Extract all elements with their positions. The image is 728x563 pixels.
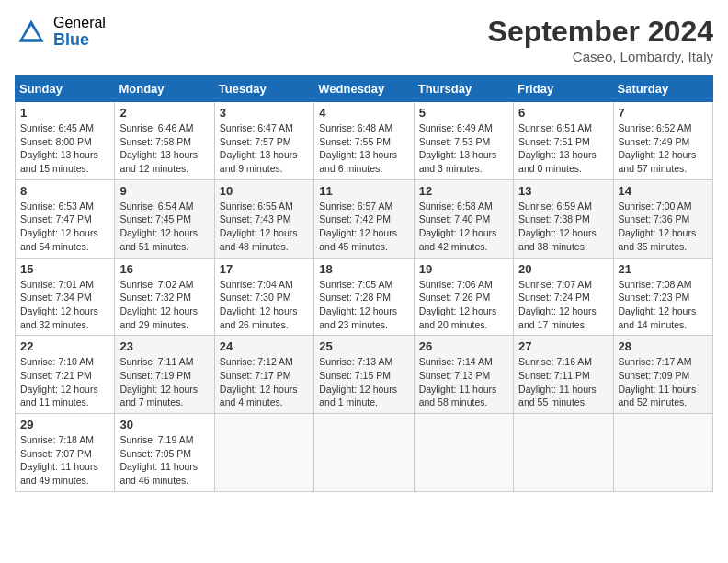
calendar-week-row: 22Sunrise: 7:10 AMSunset: 7:21 PMDayligh… — [16, 336, 713, 414]
location: Caseo, Lombardy, Italy — [488, 49, 713, 64]
day-info: Sunrise: 6:59 AMSunset: 7:38 PMDaylight:… — [518, 200, 608, 254]
day-info: Sunrise: 6:46 AMSunset: 7:58 PMDaylight:… — [119, 121, 209, 176]
calendar-cell: 14Sunrise: 7:00 AMSunset: 7:36 PMDayligh… — [613, 179, 712, 258]
day-info: Sunrise: 6:51 AMSunset: 7:51 PMDaylight:… — [518, 121, 608, 176]
weekday-header-tuesday: Tuesday — [214, 76, 313, 102]
day-number: 29 — [20, 418, 109, 431]
day-info: Sunrise: 7:14 AMSunset: 7:13 PMDaylight:… — [419, 355, 508, 409]
day-number: 16 — [119, 262, 209, 276]
day-info: Sunrise: 7:07 AMSunset: 7:24 PMDaylight:… — [518, 278, 608, 332]
day-number: 18 — [319, 262, 408, 276]
calendar-week-row: 29Sunrise: 7:18 AMSunset: 7:07 PMDayligh… — [16, 414, 713, 492]
day-number: 30 — [119, 418, 209, 431]
day-number: 19 — [419, 262, 508, 276]
logo-text: General Blue — [53, 15, 106, 49]
calendar-cell: 25Sunrise: 7:13 AMSunset: 7:15 PMDayligh… — [314, 336, 414, 414]
day-info: Sunrise: 7:16 AMSunset: 7:11 PMDaylight:… — [518, 355, 608, 409]
day-info: Sunrise: 7:04 AMSunset: 7:30 PMDaylight:… — [220, 278, 309, 332]
calendar-cell: 7Sunrise: 6:52 AMSunset: 7:49 PMDaylight… — [613, 102, 712, 180]
calendar-cell — [214, 414, 313, 492]
logo-icon — [15, 16, 48, 49]
day-number: 14 — [619, 184, 708, 198]
day-number: 9 — [119, 184, 209, 198]
calendar-cell: 29Sunrise: 7:18 AMSunset: 7:07 PMDayligh… — [16, 414, 115, 492]
day-number: 8 — [20, 184, 109, 198]
day-number: 2 — [119, 106, 209, 120]
calendar-cell: 23Sunrise: 7:11 AMSunset: 7:19 PMDayligh… — [115, 336, 214, 414]
day-info: Sunrise: 7:12 AMSunset: 7:17 PMDaylight:… — [220, 355, 309, 409]
day-info: Sunrise: 7:05 AMSunset: 7:28 PMDaylight:… — [319, 278, 408, 332]
day-number: 24 — [220, 339, 309, 353]
day-number: 27 — [518, 339, 608, 353]
day-info: Sunrise: 7:11 AMSunset: 7:19 PMDaylight:… — [119, 355, 209, 409]
day-number: 23 — [119, 339, 209, 353]
weekday-header-row: SundayMondayTuesdayWednesdayThursdayFrid… — [16, 76, 713, 102]
weekday-header-friday: Friday — [514, 76, 613, 102]
calendar-cell — [414, 414, 513, 492]
day-info: Sunrise: 6:47 AMSunset: 7:57 PMDaylight:… — [220, 121, 309, 176]
calendar-cell — [514, 414, 613, 492]
day-number: 12 — [419, 184, 508, 198]
day-number: 10 — [220, 184, 309, 198]
day-info: Sunrise: 6:48 AMSunset: 7:55 PMDaylight:… — [319, 121, 408, 176]
calendar-cell: 27Sunrise: 7:16 AMSunset: 7:11 PMDayligh… — [514, 336, 613, 414]
calendar-cell: 10Sunrise: 6:55 AMSunset: 7:43 PMDayligh… — [214, 179, 313, 258]
logo-blue: Blue — [53, 31, 106, 50]
calendar-cell: 1Sunrise: 6:45 AMSunset: 8:00 PMDaylight… — [16, 102, 115, 180]
month-title: September 2024 — [488, 15, 713, 49]
day-info: Sunrise: 7:18 AMSunset: 7:07 PMDaylight:… — [20, 433, 109, 488]
day-info: Sunrise: 7:02 AMSunset: 7:32 PMDaylight:… — [119, 278, 209, 332]
day-number: 26 — [419, 339, 508, 353]
day-number: 20 — [518, 262, 608, 276]
day-info: Sunrise: 7:01 AMSunset: 7:34 PMDaylight:… — [20, 278, 109, 332]
calendar-cell: 13Sunrise: 6:59 AMSunset: 7:38 PMDayligh… — [514, 179, 613, 258]
day-number: 28 — [619, 339, 708, 353]
weekday-header-saturday: Saturday — [613, 76, 712, 102]
weekday-header-sunday: Sunday — [16, 76, 115, 102]
calendar-cell: 3Sunrise: 6:47 AMSunset: 7:57 PMDaylight… — [214, 102, 313, 180]
calendar-cell: 26Sunrise: 7:14 AMSunset: 7:13 PMDayligh… — [414, 336, 513, 414]
calendar-cell: 18Sunrise: 7:05 AMSunset: 7:28 PMDayligh… — [314, 258, 414, 336]
calendar-week-row: 8Sunrise: 6:53 AMSunset: 7:47 PMDaylight… — [16, 179, 713, 258]
calendar-cell: 8Sunrise: 6:53 AMSunset: 7:47 PMDaylight… — [16, 179, 115, 258]
day-info: Sunrise: 6:57 AMSunset: 7:42 PMDaylight:… — [319, 200, 408, 254]
calendar-cell: 28Sunrise: 7:17 AMSunset: 7:09 PMDayligh… — [613, 336, 712, 414]
day-number: 15 — [20, 262, 109, 276]
day-info: Sunrise: 7:13 AMSunset: 7:15 PMDaylight:… — [319, 355, 408, 409]
calendar-cell: 6Sunrise: 6:51 AMSunset: 7:51 PMDaylight… — [514, 102, 613, 180]
calendar-cell: 16Sunrise: 7:02 AMSunset: 7:32 PMDayligh… — [115, 258, 214, 336]
calendar-cell: 2Sunrise: 6:46 AMSunset: 7:58 PMDaylight… — [115, 102, 214, 180]
calendar-cell: 15Sunrise: 7:01 AMSunset: 7:34 PMDayligh… — [16, 258, 115, 336]
weekday-header-wednesday: Wednesday — [314, 76, 414, 102]
day-number: 21 — [619, 262, 708, 276]
day-number: 7 — [619, 106, 708, 120]
page-header: General Blue September 2024 Caseo, Lomba… — [15, 15, 713, 64]
calendar-cell: 12Sunrise: 6:58 AMSunset: 7:40 PMDayligh… — [414, 179, 513, 258]
day-info: Sunrise: 7:17 AMSunset: 7:09 PMDaylight:… — [619, 355, 708, 409]
calendar-cell: 9Sunrise: 6:54 AMSunset: 7:45 PMDaylight… — [115, 179, 214, 258]
day-info: Sunrise: 6:49 AMSunset: 7:53 PMDaylight:… — [419, 121, 508, 176]
day-info: Sunrise: 6:53 AMSunset: 7:47 PMDaylight:… — [20, 200, 109, 254]
calendar-cell — [613, 414, 712, 492]
day-number: 3 — [220, 106, 309, 120]
day-number: 22 — [20, 339, 109, 353]
calendar-cell: 5Sunrise: 6:49 AMSunset: 7:53 PMDaylight… — [414, 102, 513, 180]
day-info: Sunrise: 7:08 AMSunset: 7:23 PMDaylight:… — [619, 278, 708, 332]
calendar-cell: 17Sunrise: 7:04 AMSunset: 7:30 PMDayligh… — [214, 258, 313, 336]
day-number: 25 — [319, 339, 408, 353]
calendar-cell: 19Sunrise: 7:06 AMSunset: 7:26 PMDayligh… — [414, 258, 513, 336]
day-info: Sunrise: 6:54 AMSunset: 7:45 PMDaylight:… — [119, 200, 209, 254]
day-info: Sunrise: 6:55 AMSunset: 7:43 PMDaylight:… — [220, 200, 309, 254]
day-number: 1 — [20, 106, 109, 120]
calendar-week-row: 15Sunrise: 7:01 AMSunset: 7:34 PMDayligh… — [16, 258, 713, 336]
weekday-header-monday: Monday — [115, 76, 214, 102]
day-number: 5 — [419, 106, 508, 120]
day-info: Sunrise: 6:52 AMSunset: 7:49 PMDaylight:… — [619, 121, 708, 176]
day-info: Sunrise: 7:06 AMSunset: 7:26 PMDaylight:… — [419, 278, 508, 332]
calendar-cell — [314, 414, 414, 492]
day-info: Sunrise: 7:19 AMSunset: 7:05 PMDaylight:… — [119, 433, 209, 488]
title-block: September 2024 Caseo, Lombardy, Italy — [488, 15, 713, 64]
day-number: 11 — [319, 184, 408, 198]
day-info: Sunrise: 7:10 AMSunset: 7:21 PMDaylight:… — [20, 355, 109, 409]
calendar-cell: 22Sunrise: 7:10 AMSunset: 7:21 PMDayligh… — [16, 336, 115, 414]
